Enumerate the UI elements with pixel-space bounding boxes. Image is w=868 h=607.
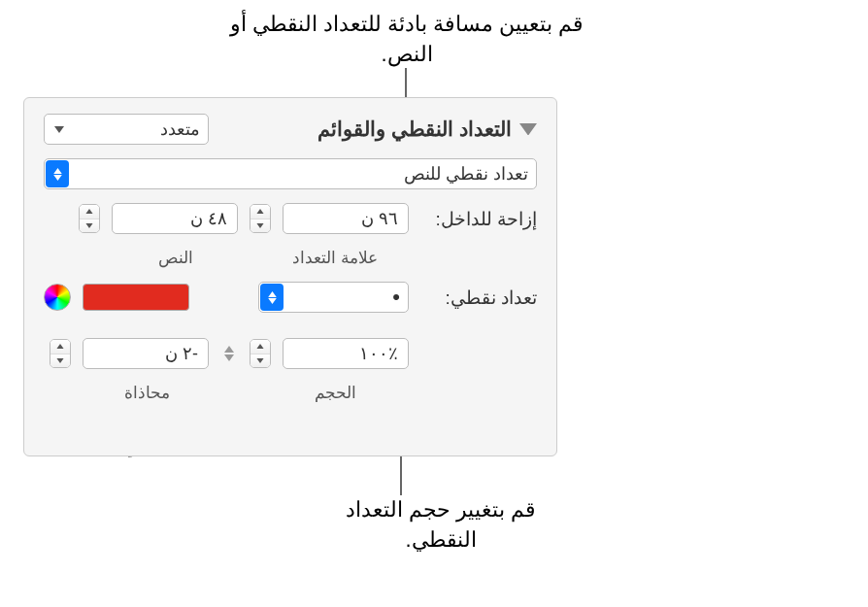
text-indent-caption: النص: [102, 248, 250, 268]
stepper-up-icon[interactable]: [250, 340, 270, 354]
stepper-up-icon[interactable]: [50, 340, 70, 354]
callout-size: قم بتغيير حجم التعداد النقطي.: [324, 495, 557, 556]
size-value: ٪١٠٠: [359, 343, 398, 364]
disclosure-icon[interactable]: [519, 120, 537, 138]
stepper-down-icon[interactable]: [80, 219, 99, 233]
bullet-symbol-dropdown[interactable]: •: [258, 282, 409, 313]
bullet-type-label: تعداد نقطي:: [420, 287, 537, 309]
text-indent-field[interactable]: ٤٨ ن: [112, 203, 238, 234]
bullet-indent-field[interactable]: ٩٦ ن: [283, 203, 409, 234]
updown-chevrons-icon: [46, 160, 69, 187]
align-stepper[interactable]: [50, 339, 71, 368]
color-swatch[interactable]: [83, 284, 189, 311]
size-stepper[interactable]: [250, 339, 271, 368]
section-title: التعداد النقطي والقوائم: [317, 118, 512, 141]
text-indent-value: ٤٨ ن: [190, 208, 227, 229]
bullet-indent-stepper[interactable]: [250, 204, 271, 233]
type-dropdown-value: تعداد نقطي للنص: [404, 163, 528, 185]
align-field[interactable]: -٢ ن: [83, 338, 209, 369]
size-field[interactable]: ٪١٠٠: [283, 338, 409, 369]
updown-chevrons-icon: [260, 284, 284, 311]
stepper-down-icon[interactable]: [250, 354, 270, 368]
callout-indent: قم بتعيين مسافة بادئة للتعداد النقطي أو …: [203, 10, 611, 70]
align-caption: محاذاة: [73, 383, 220, 403]
stepper-down-icon[interactable]: [250, 219, 270, 233]
color-wheel-icon[interactable]: [44, 284, 71, 311]
bullet-indent-caption: علامة التعداد: [261, 248, 409, 268]
bullets-lists-panel: التعداد النقطي والقوائم متعدد تعداد نقطي…: [23, 97, 557, 456]
size-caption: الحجم: [261, 383, 409, 403]
indent-label: إزاحة للداخل:: [420, 208, 537, 230]
stepper-up-icon[interactable]: [80, 205, 99, 219]
align-value: -٢ ن: [165, 343, 198, 364]
style-dropdown[interactable]: متعدد: [44, 114, 209, 145]
type-dropdown[interactable]: تعداد نقطي للنص: [44, 158, 537, 189]
stepper-up-icon[interactable]: [250, 205, 270, 219]
vertical-move-icon: [220, 340, 238, 367]
stepper-down-icon[interactable]: [50, 354, 70, 368]
style-dropdown-value: متعدد: [160, 118, 200, 140]
bullet-symbol-value: •: [392, 285, 400, 310]
bullet-indent-value: ٩٦ ن: [361, 208, 398, 229]
text-indent-stepper[interactable]: [79, 204, 100, 233]
chevron-down-icon: [52, 124, 66, 134]
